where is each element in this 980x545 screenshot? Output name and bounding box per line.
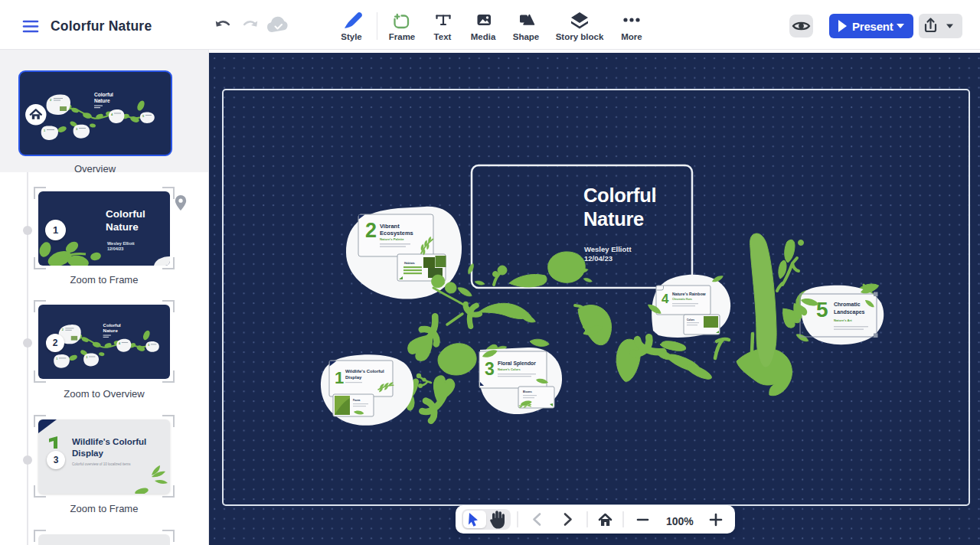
svg-text:Colors: Colors: [687, 318, 694, 321]
svg-text:1: 1: [56, 357, 57, 361]
svg-text:Colorful overview of 10 locali: Colorful overview of 10 localized items: [72, 462, 131, 466]
svg-text:Display: Display: [345, 375, 362, 380]
svg-text:Nature's Colors: Nature's Colors: [498, 367, 521, 371]
svg-text:Nature: Nature: [94, 98, 110, 103]
svg-text:3: 3: [86, 356, 87, 359]
svg-text:4: 4: [662, 292, 669, 306]
svg-text:Nature's Rainbow: Nature's Rainbow: [672, 292, 707, 296]
svg-text:Ecosystems: Ecosystems: [380, 230, 413, 237]
svg-text:Nature: Nature: [583, 208, 644, 230]
svg-text:Fauna: Fauna: [353, 399, 361, 402]
svg-text:Nature: Nature: [106, 221, 139, 233]
svg-text:3: 3: [485, 359, 495, 379]
svg-text:Nature's Art: Nature's Art: [834, 318, 852, 322]
svg-text:Colorful: Colorful: [106, 208, 145, 220]
svg-text:Chromatic Hues: Chromatic Hues: [672, 298, 692, 301]
svg-text:2: 2: [62, 328, 64, 331]
svg-text:Present: Present: [852, 20, 893, 33]
svg-text:Colorful: Colorful: [103, 321, 121, 327]
svg-text:Wesley Elliott: Wesley Elliott: [107, 241, 135, 246]
svg-text:Nature: Nature: [103, 328, 119, 333]
svg-text:Wildlife's Colorful: Wildlife's Colorful: [345, 369, 384, 374]
svg-text:2: 2: [365, 219, 377, 242]
svg-text:Colorful: Colorful: [94, 92, 113, 97]
svg-text:Habitats: Habitats: [404, 262, 415, 265]
svg-text:5: 5: [148, 344, 149, 347]
svg-text:Chromatic: Chromatic: [834, 302, 861, 307]
svg-text:12/04/23: 12/04/23: [107, 246, 123, 251]
svg-text:5: 5: [816, 298, 828, 321]
svg-text:12/04/23: 12/04/23: [584, 254, 612, 263]
svg-text:1: 1: [335, 368, 344, 387]
svg-text:Landscapes: Landscapes: [834, 309, 865, 315]
svg-text:Colorful: Colorful: [583, 184, 656, 206]
svg-text:Display: Display: [72, 449, 104, 458]
svg-text:Floral Splendor: Floral Splendor: [498, 361, 536, 367]
svg-text:Nature's Palette: Nature's Palette: [380, 237, 404, 241]
svg-text:Wesley Elliott: Wesley Elliott: [584, 245, 632, 253]
svg-text:Wildlife's Colorful: Wildlife's Colorful: [72, 437, 146, 446]
svg-text:Vibrant: Vibrant: [380, 223, 400, 230]
svg-text:Blooms: Blooms: [523, 390, 532, 393]
